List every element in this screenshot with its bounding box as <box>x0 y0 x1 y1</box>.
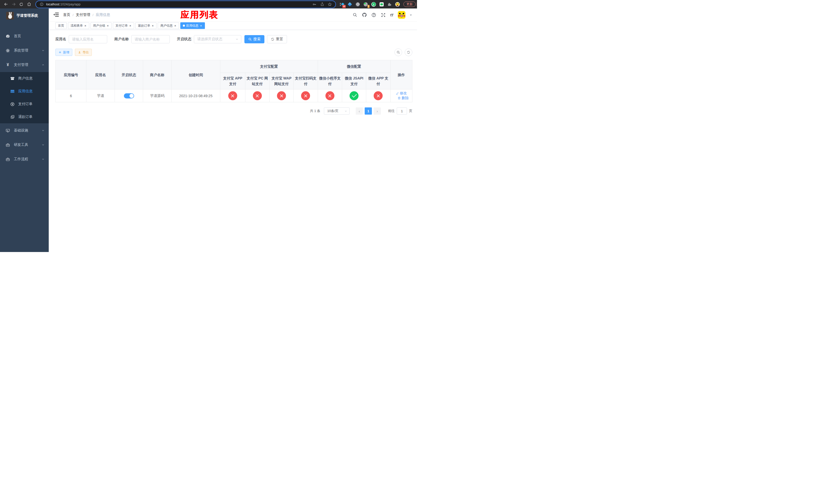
url-text[interactable]: localhost:1024/pay/app <box>46 2 81 6</box>
sidebar-item-label: 商户信息 <box>18 76 32 81</box>
table-row: 6 芋道 芋道源码 2021-10-23 08:49:25 <box>56 90 412 102</box>
tab-process-form[interactable]: 流程表单× <box>68 22 89 29</box>
breadcrumb-home[interactable]: 首页 <box>63 13 70 17</box>
home-icon <box>27 2 31 6</box>
profile-emoji-icon[interactable] <box>395 2 400 7</box>
chrome-update-button[interactable]: 更新 <box>403 2 416 7</box>
sidebar-item-pay-order[interactable]: 支付订单 <box>0 98 49 111</box>
close-icon[interactable]: × <box>152 24 154 27</box>
refresh-table-button[interactable] <box>405 48 412 56</box>
sidebar-item-infrastructure[interactable]: 基础设施 <box>0 123 49 138</box>
alipay-pc-status-icon <box>253 91 262 100</box>
tab-refund-order[interactable]: 退款订单× <box>135 22 157 29</box>
tab-home[interactable]: 首页 <box>56 22 67 29</box>
help-icon[interactable] <box>371 12 376 18</box>
sidebar-item-system[interactable]: 系统管理 <box>0 43 49 58</box>
sidebar-item-dev-tools[interactable]: 研发工具 <box>0 138 49 152</box>
bookmark-star-icon[interactable] <box>327 2 332 7</box>
next-page-button[interactable]: › <box>374 108 381 115</box>
sidebar-item-refund-order[interactable]: 退款订单 <box>0 111 49 123</box>
app-logo: 芋道管理系统 <box>0 8 49 23</box>
extensions-puzzle-icon[interactable] <box>387 2 392 7</box>
storefront-icon <box>10 76 15 81</box>
sidebar-item-label: 应用信息 <box>18 89 32 94</box>
extension-chat-icon[interactable] <box>379 2 384 7</box>
extension-gem-icon[interactable] <box>348 2 352 7</box>
toolbox-icon <box>6 157 10 161</box>
sidebar-item-workflow[interactable]: 工作流程 <box>0 152 49 166</box>
wx-app-status-icon <box>374 91 382 100</box>
col-header-alipay-wap: 支付宝 WAP 网站支付 <box>269 73 293 90</box>
cell-created: 2021-10-23 08:49:25 <box>171 90 220 102</box>
sidebar-item-home[interactable]: 首页 <box>0 29 49 43</box>
browser-back-button[interactable] <box>2 1 10 8</box>
status-toggle[interactable] <box>124 93 134 98</box>
status-select[interactable]: 请选择开启状态 <box>194 35 241 43</box>
browser-reload-button[interactable] <box>18 1 25 8</box>
merchant-name-label: 商户名称 <box>114 37 129 42</box>
browser-forward-button[interactable] <box>10 1 18 8</box>
breadcrumb-separator: / <box>72 13 73 17</box>
col-group-alipay: 支付宝配置 <box>220 60 318 73</box>
browser-home-button[interactable] <box>25 1 33 8</box>
dashboard-gauge-icon <box>6 34 10 39</box>
avatar-caret-icon[interactable] <box>410 15 412 17</box>
app-name-input[interactable] <box>69 35 107 43</box>
sidebar: 芋道管理系统 首页 系统管理 ¥ 支付管理 <box>0 8 49 252</box>
breadcrumb-payment[interactable]: 支付管理 <box>76 13 90 17</box>
goto-page-input[interactable] <box>397 108 407 115</box>
close-icon[interactable]: × <box>129 24 132 27</box>
add-button[interactable]: 新增 <box>56 49 72 56</box>
download-icon <box>78 51 81 54</box>
tab-merchant-info[interactable]: 商户信息× <box>158 22 179 29</box>
header-search-icon[interactable] <box>352 12 357 18</box>
export-button[interactable]: 导出 <box>75 49 92 56</box>
share-icon[interactable] <box>320 2 325 7</box>
wx-mini-status-icon <box>326 91 334 100</box>
sidebar-item-merchant-info[interactable]: 商户信息 <box>0 72 49 85</box>
fullscreen-icon[interactable] <box>381 12 386 18</box>
sidebar-item-label: 基础设施 <box>14 128 28 133</box>
tab-app-info-active[interactable]: 应用信息× <box>180 22 205 29</box>
font-size-icon[interactable]: tT <box>390 13 393 17</box>
refresh-icon <box>407 50 410 54</box>
close-icon[interactable]: × <box>107 24 109 27</box>
edit-link[interactable]: 修改 <box>396 91 407 96</box>
password-key-icon[interactable] <box>312 2 317 7</box>
tab-user-group[interactable]: 用户分组× <box>90 22 112 29</box>
col-header-alipay-app: 支付宝 APP 支付 <box>220 73 245 90</box>
close-icon[interactable]: × <box>200 24 202 27</box>
extension-recorder-icon[interactable]: 1 <box>364 2 368 7</box>
app-table: 应用编号 应用名 开启状态 商户名称 创建时间 支付宝配置 微信配置 操作 支付… <box>56 60 412 102</box>
user-avatar[interactable] <box>398 11 405 19</box>
github-icon[interactable] <box>362 12 367 18</box>
sidebar-item-payment[interactable]: ¥ 支付管理 <box>0 58 49 72</box>
close-icon[interactable]: × <box>84 24 87 27</box>
close-icon[interactable]: × <box>174 24 176 27</box>
col-header-wx-app: 微信 APP 支付 <box>366 73 390 90</box>
search-button[interactable]: 搜索 <box>244 35 264 43</box>
site-info-icon[interactable] <box>39 2 44 7</box>
address-bar[interactable]: localhost:1024/pay/app <box>36 1 335 8</box>
page-size-select[interactable]: 10条/页 <box>324 108 350 115</box>
sidebar-item-app-info[interactable]: 应用信息 <box>0 85 49 98</box>
col-header-app-name: 应用名 <box>86 60 115 90</box>
merchant-name-input[interactable] <box>131 35 170 43</box>
extension-tampermonkey-icon[interactable]: 10 <box>339 2 344 7</box>
sidebar-item-label: 系统管理 <box>14 48 28 53</box>
col-header-actions: 操作 <box>390 60 412 90</box>
extension-y-icon[interactable]: y <box>371 2 376 7</box>
current-page-button[interactable]: 1 <box>365 108 372 115</box>
delete-link[interactable]: 删除 <box>397 96 409 100</box>
extension-clover-icon[interactable] <box>355 2 360 7</box>
toggle-search-button[interactable] <box>394 48 402 56</box>
sidebar-collapse-icon[interactable] <box>53 12 59 18</box>
search-icon <box>396 50 400 54</box>
breadcrumb-separator: / <box>93 13 94 17</box>
extension-badge: 10 <box>343 5 346 8</box>
col-header-created: 创建时间 <box>171 60 220 90</box>
reset-button[interactable]: 重置 <box>267 35 287 43</box>
tab-pay-order[interactable]: 支付订单× <box>113 22 134 29</box>
browser-menu-kebab-icon[interactable] <box>417 2 417 7</box>
prev-page-button[interactable]: ‹ <box>356 108 363 115</box>
